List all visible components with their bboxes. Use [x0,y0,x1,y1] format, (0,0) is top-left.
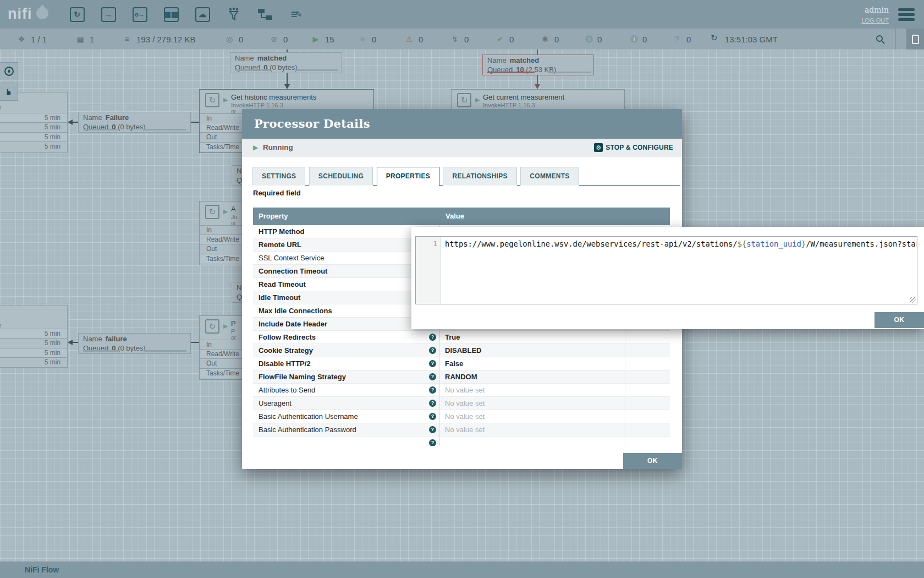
tab-scheduling[interactable]: SCHEDULING [309,167,373,186]
conn-name-value: matched [510,56,539,64]
help-icon[interactable]: ? [429,334,436,341]
up-to-date-icon: ✔ [495,35,505,43]
connection-arrow-icon [284,84,290,89]
status-counter-value: 0 [642,35,647,44]
tab-settings[interactable]: SETTINGS [252,167,305,186]
property-name-text: Read Timeout [258,280,306,288]
conn-name-value: failure [106,335,127,343]
processor-stub-lower[interactable]: r 5 min5 min5 min5 min [0,306,68,368]
status-counter-value: 0 [372,35,376,44]
help-icon[interactable]: ? [429,347,436,354]
status-counter-not-transmitting: ⊘0 [269,29,288,50]
global-menu-icon[interactable] [898,8,915,23]
status-counter-value: 0 [597,35,602,44]
property-row[interactable]: Useragent?No value set [253,397,670,410]
status-counter-value: 0 [554,35,559,44]
property-name-text: Useragent [258,399,292,407]
template-toolbar-icon[interactable] [256,6,274,23]
property-row[interactable]: Basic Authentication Username?No value s… [253,410,670,423]
operate-palette-button[interactable]: ☛ [0,83,18,101]
input-port-toolbar-icon[interactable]: → [100,6,117,23]
property-row[interactable]: ? [253,437,670,446]
queue-count-bar [83,129,118,130]
funnel-toolbar-icon[interactable] [225,6,243,23]
property-row[interactable]: Attributes to Send?No value set [253,384,670,397]
value-editor[interactable]: 1 https://www.pegelonline.wsv.de/webserv… [415,236,917,304]
help-icon[interactable]: ? [429,400,436,407]
processor-toolbar-icon[interactable]: ↻ [68,6,86,23]
status-counter-value: 0 [419,35,423,44]
status-counter-value: 0 [239,35,243,44]
property-name-text: Basic Authentication Username [258,412,358,421]
processor-type: Jo [231,214,238,220]
tab-comments[interactable]: COMMENTS [520,167,579,186]
processor-icon: ↻ [205,319,219,334]
processor-type: InvokeHTTP 1.16.3 [231,102,283,108]
not-transmitting-icon: ⊘ [269,35,279,43]
help-icon[interactable]: ? [429,373,436,380]
stop-and-configure-button[interactable]: ⚙ STOP & CONFIGURE [594,143,673,152]
connection-label-matched-10[interactable]: Namematched Queued10 (2.53 KB) [482,54,594,75]
help-icon[interactable]: ? [429,426,436,433]
tab-properties[interactable]: PROPERTIES [377,167,439,186]
stopped-icon: ■ [358,35,367,43]
nifi-drop-icon [34,4,51,21]
queue-count-bar [235,69,270,71]
connection-label-matched-0[interactable]: Namematched Queued0 (0 bytes) [230,52,342,73]
status-counter-value: 193 / 279.12 KB [136,35,196,44]
resize-handle[interactable] [910,297,916,303]
label-toolbar-icon[interactable]: ≡✎ [288,6,305,23]
running-icon: ▶ [311,35,321,43]
help-icon[interactable]: ? [429,360,436,367]
status-counter-grid: ▦1 [75,29,94,50]
process-group-toolbar-icon[interactable]: ▩▩ [162,6,180,23]
logout-link[interactable]: LOG OUT [861,17,889,24]
refresh-icon[interactable]: ↻ [711,33,718,43]
remote-url-value[interactable]: https://www.pegelonline.wsv.de/webservic… [442,237,917,304]
processor-stub-upper[interactable]: r 5 min5 min5 min5 min [0,92,68,153]
processor-icon: ↻ [205,205,219,219]
property-value [441,437,625,446]
property-value: True [441,331,625,344]
property-row[interactable]: Cookie Strategy?DISABLED [253,344,670,357]
processor-name: P [231,319,236,328]
property-row[interactable]: FlowFile Naming Strategy?RANDOM [253,370,670,384]
help-icon[interactable]: ? [429,439,436,446]
stat-row-value: 5 min [0,113,67,122]
property-row[interactable]: Follow Redirects?True [253,331,670,344]
search-icon[interactable] [876,35,885,46]
navigate-palette-button[interactable] [0,62,18,80]
cluster-cubes-icon: ❖ [16,35,26,43]
help-icon[interactable]: ? [429,386,436,394]
property-value: No value set [441,384,625,397]
remote-process-group-toolbar-icon[interactable]: ☁ [194,6,211,23]
dialog-title-bar: Processor Details [242,109,682,139]
app-header: nifi ↻ → o→ ▩▩ ☁ ≡✎ admin LOG OUT [0,0,924,29]
breadcrumb[interactable]: NiFi Flow [25,565,59,574]
connection-label-failure-lower[interactable]: Namefailure Queued0 (0 bytes) [78,333,191,354]
editor-ok-button[interactable]: OK [875,312,924,328]
breadcrumb-bar: NiFi Flow [0,561,924,578]
url-text: /W/measurements.json?start=P30D [806,239,917,248]
property-name-text: Attributes to Send [258,386,315,394]
dialog-tabs: SETTINGS SCHEDULING PROPERTIES RELATIONS… [252,167,680,186]
output-port-toolbar-icon[interactable]: o→ [131,6,148,23]
connection-arrow-icon [68,340,73,345]
property-row[interactable]: Disable HTTP/2?False [253,357,670,370]
current-user: admin [865,6,889,14]
stat-row-value: 5 min [0,132,67,141]
panel-toggle-button[interactable] [906,29,924,50]
property-row[interactable]: Basic Authentication Password?No value s… [253,423,670,437]
running-icon: ▶ [223,96,228,103]
property-name-text: Include Date Header [258,320,327,328]
conn-queued-size: (0 bytes) [118,123,146,131]
property-value: No value set [441,397,625,410]
conn-queued-size: (0 bytes) [270,63,298,72]
dialog-ok-button[interactable]: OK [623,453,682,469]
help-icon[interactable]: ? [429,413,436,420]
status-counter-stale: ↑0 [585,29,602,50]
status-counter-cluster-cubes: ❖1 / 1 [16,29,47,50]
conn-name-label: Name [487,56,507,64]
connection-label-failure-upper[interactable]: NameFailure Queued0 (0 bytes) [78,112,191,133]
tab-relationships[interactable]: RELATIONSHIPS [443,167,516,186]
